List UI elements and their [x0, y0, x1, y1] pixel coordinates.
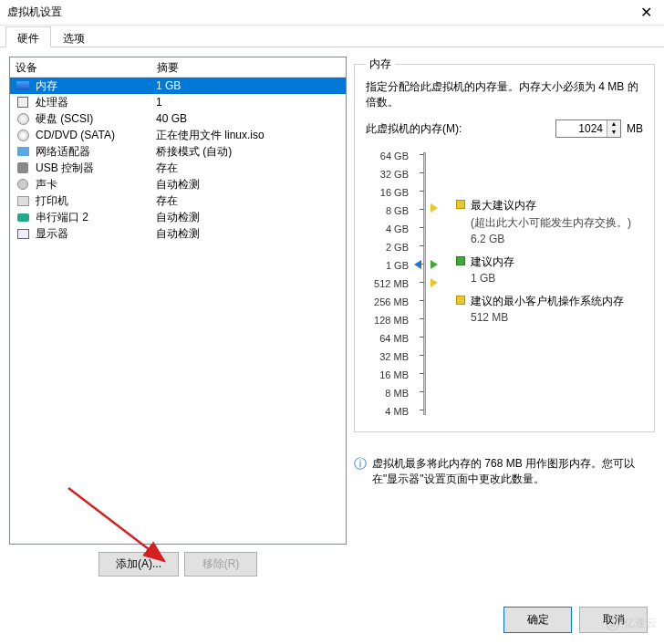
tab-options[interactable]: 选项	[51, 26, 97, 47]
serial-icon	[16, 210, 30, 224]
device-name: 打印机	[34, 193, 152, 209]
legend-rec-icon	[456, 256, 465, 265]
memory-fieldset: 内存 指定分配给此虚拟机的内存量。内存大小必须为 4 MB 的倍数。 此虚拟机的…	[354, 57, 655, 432]
device-row-net[interactable]: 网络适配器桥接模式 (自动)	[10, 143, 346, 160]
memory-group-title: 内存	[366, 57, 395, 72]
device-row-cpu[interactable]: 处理器1	[10, 94, 346, 110]
monitor-icon	[16, 226, 30, 241]
device-row-cd[interactable]: CD/DVD (SATA)正在使用文件 linux.iso	[10, 127, 346, 143]
device-row-usb[interactable]: USB 控制器存在	[10, 160, 346, 176]
watermark: ◎亿速云	[606, 613, 657, 633]
memory-input[interactable]	[556, 120, 607, 137]
memory-label: 此虚拟机的内存(M):	[366, 121, 550, 137]
max-marker-icon	[431, 203, 438, 213]
device-summary: 1 GB	[152, 79, 346, 92]
legend-min-value: 512 MB	[471, 311, 643, 324]
legend-rec-value: 1 GB	[471, 272, 643, 285]
device-name: CD/DVD (SATA)	[34, 129, 152, 141]
memory-slider[interactable]	[416, 147, 452, 421]
device-summary: 桥接模式 (自动)	[152, 144, 346, 160]
legend-max-note: (超出此大小可能发生内存交换。)	[471, 215, 643, 231]
legend-max-icon	[456, 200, 465, 209]
device-name: 串行端口 2	[34, 210, 152, 225]
device-name: 处理器	[34, 95, 152, 110]
memory-description: 指定分配给此虚拟机的内存量。内存大小必须为 4 MB 的倍数。	[366, 79, 643, 110]
device-row-printer[interactable]: 打印机存在	[10, 192, 346, 209]
device-row-monitor[interactable]: 显示器自动检测	[10, 225, 346, 242]
cd-icon	[16, 128, 30, 142]
cpu-icon	[16, 95, 30, 109]
device-summary: 存在	[152, 193, 346, 209]
legend-max-title: 最大建议内存	[471, 198, 643, 213]
remove-button[interactable]: 移除(R)	[184, 552, 257, 576]
close-button[interactable]: ✕	[628, 0, 664, 26]
spinner-down[interactable]: ▼	[607, 129, 620, 137]
legend-min-icon	[456, 296, 465, 305]
device-name: 内存	[34, 78, 152, 94]
device-row-disk[interactable]: 硬盘 (SCSI)40 GB	[10, 110, 346, 127]
device-row-memory[interactable]: 内存1 GB	[10, 78, 346, 94]
net-icon	[16, 144, 30, 159]
device-name: 显示器	[34, 226, 152, 242]
memory-info-text: 虚拟机最多将此内存的 768 MB 用作图形内存。您可以在"显示器"设置页面中更…	[372, 456, 655, 487]
column-device[interactable]: 设备	[10, 57, 151, 77]
device-name: 硬盘 (SCSI)	[34, 111, 152, 127]
legend-min-title: 建议的最小客户机操作系统内存	[471, 294, 643, 309]
settings-tabs: 硬件 选项	[0, 26, 664, 47]
spinner-up[interactable]: ▲	[607, 120, 620, 129]
memory-icon	[16, 78, 30, 93]
device-row-serial[interactable]: 串行端口 2自动检测	[10, 209, 346, 225]
legend-rec-title: 建议内存	[471, 254, 643, 270]
current-marker-icon	[414, 260, 421, 269]
device-summary: 1	[152, 96, 346, 109]
device-summary: 存在	[152, 161, 346, 176]
device-summary: 40 GB	[152, 112, 346, 125]
column-summary[interactable]: 摘要	[151, 57, 346, 77]
min-marker-icon	[431, 278, 438, 287]
device-name: USB 控制器	[34, 161, 152, 176]
memory-tick-labels: 64 GB32 GB16 GB8 GB4 GB2 GB1 GB512 MB256…	[366, 147, 416, 421]
ok-button[interactable]: 确定	[503, 607, 572, 633]
info-icon: ⓘ	[354, 456, 367, 487]
device-list: 设备 摘要 内存1 GB处理器1硬盘 (SCSI)40 GBCD/DVD (SA…	[9, 57, 347, 545]
device-name: 网络适配器	[34, 144, 152, 160]
usb-icon	[16, 161, 30, 175]
device-name: 声卡	[34, 177, 152, 192]
device-summary: 正在使用文件 linux.iso	[152, 128, 346, 143]
sound-icon	[16, 177, 30, 192]
printer-icon	[16, 193, 30, 208]
rec-marker-icon	[431, 260, 438, 269]
device-row-sound[interactable]: 声卡自动检测	[10, 176, 346, 192]
device-summary: 自动检测	[152, 177, 346, 192]
add-button[interactable]: 添加(A)...	[99, 552, 179, 576]
disk-icon	[16, 111, 30, 126]
device-summary: 自动检测	[152, 226, 346, 242]
memory-unit: MB	[627, 122, 643, 135]
tab-hardware[interactable]: 硬件	[5, 26, 51, 47]
legend-max-value: 6.2 GB	[471, 233, 643, 245]
memory-spinner[interactable]: ▲ ▼	[555, 119, 621, 138]
window-title: 虚拟机设置	[7, 5, 628, 20]
device-summary: 自动检测	[152, 210, 346, 225]
